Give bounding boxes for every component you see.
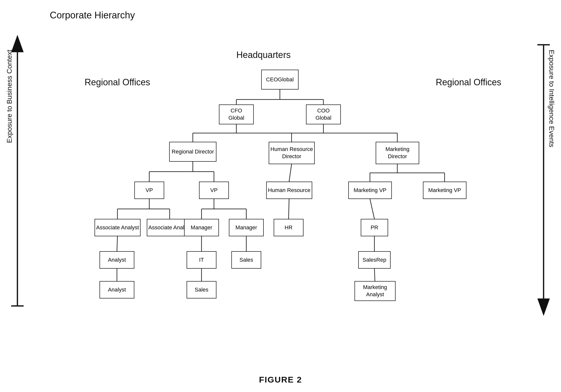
vp-right-box: VP xyxy=(199,182,229,199)
marketing-analyst-box: MarketingAnalyst xyxy=(355,281,396,301)
page-title: Corporate Hierarchy xyxy=(50,10,135,21)
pr-box: PR xyxy=(361,219,388,236)
vp-left-box: VP xyxy=(134,182,164,199)
regional-offices-left-label: Regional Offices xyxy=(85,77,150,88)
regional-offices-right-label: Regional Offices xyxy=(436,77,501,88)
coo-box: COOGlobal xyxy=(306,104,341,124)
manager-left-box: Manager xyxy=(184,219,219,236)
analyst-2-box: Analyst xyxy=(100,281,134,298)
svg-marker-4 xyxy=(537,298,550,316)
analyst-1-box: Analyst xyxy=(100,251,134,269)
ceo-box: CEOGlobal xyxy=(261,70,299,90)
sales-bottom-box: Sales xyxy=(187,281,216,298)
assoc-analyst-left-box: Associate Analyst xyxy=(95,219,141,236)
cfo-box: CFOGlobal xyxy=(219,104,254,124)
hr-dept-box: HR xyxy=(274,219,304,236)
right-arrow-label: Exposure to Intelligence Events xyxy=(548,50,556,147)
it-box: IT xyxy=(187,251,216,269)
figure-label: FIGURE 2 xyxy=(259,375,302,385)
hr-director-box: Human ResourceDirector xyxy=(269,142,315,164)
svg-line-33 xyxy=(289,199,289,219)
svg-line-41 xyxy=(374,269,375,281)
svg-line-34 xyxy=(370,199,374,219)
regional-director-box: Regional Director xyxy=(169,142,216,162)
marketing-director-box: MarketingDirector xyxy=(376,142,419,164)
human-resource-box: Human Resource xyxy=(266,182,312,199)
sales-rep-box: SalesRep xyxy=(358,251,391,269)
svg-line-35 xyxy=(117,236,117,251)
marketing-vp-right-box: Marketing VP xyxy=(423,182,466,199)
sales-right-box: Sales xyxy=(231,251,261,269)
svg-line-20 xyxy=(289,164,292,182)
manager-right-box: Manager xyxy=(229,219,264,236)
headquarters-label: Headquarters xyxy=(236,50,291,60)
left-arrow-label: Exposure to Business Context xyxy=(5,50,13,143)
marketing-vp-left-box: Marketing VP xyxy=(348,182,392,199)
